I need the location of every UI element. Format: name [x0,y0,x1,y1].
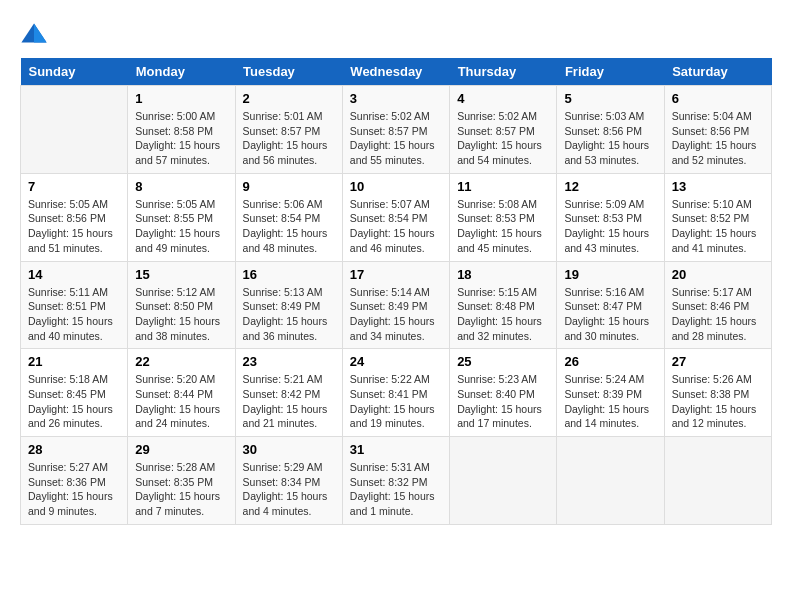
day-number: 30 [243,442,335,457]
calendar-cell: 12Sunrise: 5:09 AM Sunset: 8:53 PM Dayli… [557,173,664,261]
calendar-cell [664,437,771,525]
calendar-cell: 8Sunrise: 5:05 AM Sunset: 8:55 PM Daylig… [128,173,235,261]
calendar-cell: 1Sunrise: 5:00 AM Sunset: 8:58 PM Daylig… [128,86,235,174]
day-info: Sunrise: 5:14 AM Sunset: 8:49 PM Dayligh… [350,285,442,344]
day-number: 25 [457,354,549,369]
day-number: 20 [672,267,764,282]
day-info: Sunrise: 5:06 AM Sunset: 8:54 PM Dayligh… [243,197,335,256]
day-number: 1 [135,91,227,106]
calendar-cell: 10Sunrise: 5:07 AM Sunset: 8:54 PM Dayli… [342,173,449,261]
day-number: 22 [135,354,227,369]
calendar-cell: 2Sunrise: 5:01 AM Sunset: 8:57 PM Daylig… [235,86,342,174]
header-day-wednesday: Wednesday [342,58,449,86]
day-info: Sunrise: 5:24 AM Sunset: 8:39 PM Dayligh… [564,372,656,431]
calendar-cell: 4Sunrise: 5:02 AM Sunset: 8:57 PM Daylig… [450,86,557,174]
day-number: 2 [243,91,335,106]
calendar-cell: 15Sunrise: 5:12 AM Sunset: 8:50 PM Dayli… [128,261,235,349]
header-day-thursday: Thursday [450,58,557,86]
day-info: Sunrise: 5:11 AM Sunset: 8:51 PM Dayligh… [28,285,120,344]
calendar-cell: 9Sunrise: 5:06 AM Sunset: 8:54 PM Daylig… [235,173,342,261]
week-row-1: 7Sunrise: 5:05 AM Sunset: 8:56 PM Daylig… [21,173,772,261]
calendar-table: SundayMondayTuesdayWednesdayThursdayFrid… [20,58,772,525]
day-info: Sunrise: 5:09 AM Sunset: 8:53 PM Dayligh… [564,197,656,256]
day-info: Sunrise: 5:04 AM Sunset: 8:56 PM Dayligh… [672,109,764,168]
day-number: 13 [672,179,764,194]
week-row-3: 21Sunrise: 5:18 AM Sunset: 8:45 PM Dayli… [21,349,772,437]
calendar-cell: 17Sunrise: 5:14 AM Sunset: 8:49 PM Dayli… [342,261,449,349]
day-number: 6 [672,91,764,106]
calendar-cell: 30Sunrise: 5:29 AM Sunset: 8:34 PM Dayli… [235,437,342,525]
calendar-cell: 3Sunrise: 5:02 AM Sunset: 8:57 PM Daylig… [342,86,449,174]
calendar-cell: 22Sunrise: 5:20 AM Sunset: 8:44 PM Dayli… [128,349,235,437]
day-info: Sunrise: 5:05 AM Sunset: 8:55 PM Dayligh… [135,197,227,256]
day-info: Sunrise: 5:01 AM Sunset: 8:57 PM Dayligh… [243,109,335,168]
header-day-saturday: Saturday [664,58,771,86]
day-number: 7 [28,179,120,194]
calendar-cell [450,437,557,525]
day-number: 23 [243,354,335,369]
day-number: 12 [564,179,656,194]
day-number: 8 [135,179,227,194]
day-number: 4 [457,91,549,106]
day-number: 31 [350,442,442,457]
day-info: Sunrise: 5:17 AM Sunset: 8:46 PM Dayligh… [672,285,764,344]
calendar-cell: 25Sunrise: 5:23 AM Sunset: 8:40 PM Dayli… [450,349,557,437]
day-info: Sunrise: 5:10 AM Sunset: 8:52 PM Dayligh… [672,197,764,256]
calendar-cell [21,86,128,174]
day-info: Sunrise: 5:31 AM Sunset: 8:32 PM Dayligh… [350,460,442,519]
day-info: Sunrise: 5:02 AM Sunset: 8:57 PM Dayligh… [350,109,442,168]
week-row-2: 14Sunrise: 5:11 AM Sunset: 8:51 PM Dayli… [21,261,772,349]
day-number: 11 [457,179,549,194]
day-number: 16 [243,267,335,282]
day-number: 24 [350,354,442,369]
day-info: Sunrise: 5:08 AM Sunset: 8:53 PM Dayligh… [457,197,549,256]
header-row: SundayMondayTuesdayWednesdayThursdayFrid… [21,58,772,86]
day-info: Sunrise: 5:13 AM Sunset: 8:49 PM Dayligh… [243,285,335,344]
calendar-cell: 19Sunrise: 5:16 AM Sunset: 8:47 PM Dayli… [557,261,664,349]
day-number: 29 [135,442,227,457]
day-info: Sunrise: 5:18 AM Sunset: 8:45 PM Dayligh… [28,372,120,431]
day-info: Sunrise: 5:27 AM Sunset: 8:36 PM Dayligh… [28,460,120,519]
day-info: Sunrise: 5:12 AM Sunset: 8:50 PM Dayligh… [135,285,227,344]
calendar-cell: 23Sunrise: 5:21 AM Sunset: 8:42 PM Dayli… [235,349,342,437]
day-info: Sunrise: 5:05 AM Sunset: 8:56 PM Dayligh… [28,197,120,256]
page-header [20,20,772,48]
calendar-cell: 14Sunrise: 5:11 AM Sunset: 8:51 PM Dayli… [21,261,128,349]
header-day-sunday: Sunday [21,58,128,86]
day-number: 5 [564,91,656,106]
calendar-cell: 31Sunrise: 5:31 AM Sunset: 8:32 PM Dayli… [342,437,449,525]
day-number: 26 [564,354,656,369]
day-number: 21 [28,354,120,369]
calendar-cell: 18Sunrise: 5:15 AM Sunset: 8:48 PM Dayli… [450,261,557,349]
day-info: Sunrise: 5:02 AM Sunset: 8:57 PM Dayligh… [457,109,549,168]
day-number: 9 [243,179,335,194]
calendar-cell: 6Sunrise: 5:04 AM Sunset: 8:56 PM Daylig… [664,86,771,174]
calendar-cell: 20Sunrise: 5:17 AM Sunset: 8:46 PM Dayli… [664,261,771,349]
day-info: Sunrise: 5:29 AM Sunset: 8:34 PM Dayligh… [243,460,335,519]
header-day-friday: Friday [557,58,664,86]
day-info: Sunrise: 5:23 AM Sunset: 8:40 PM Dayligh… [457,372,549,431]
day-number: 17 [350,267,442,282]
svg-marker-1 [34,24,47,43]
day-info: Sunrise: 5:07 AM Sunset: 8:54 PM Dayligh… [350,197,442,256]
day-info: Sunrise: 5:16 AM Sunset: 8:47 PM Dayligh… [564,285,656,344]
day-number: 14 [28,267,120,282]
calendar-cell: 13Sunrise: 5:10 AM Sunset: 8:52 PM Dayli… [664,173,771,261]
day-info: Sunrise: 5:20 AM Sunset: 8:44 PM Dayligh… [135,372,227,431]
calendar-cell: 5Sunrise: 5:03 AM Sunset: 8:56 PM Daylig… [557,86,664,174]
calendar-cell: 28Sunrise: 5:27 AM Sunset: 8:36 PM Dayli… [21,437,128,525]
calendar-cell: 11Sunrise: 5:08 AM Sunset: 8:53 PM Dayli… [450,173,557,261]
header-day-tuesday: Tuesday [235,58,342,86]
logo-icon [20,20,48,48]
calendar-body: 1Sunrise: 5:00 AM Sunset: 8:58 PM Daylig… [21,86,772,525]
logo [20,20,52,48]
day-number: 27 [672,354,764,369]
week-row-0: 1Sunrise: 5:00 AM Sunset: 8:58 PM Daylig… [21,86,772,174]
day-info: Sunrise: 5:21 AM Sunset: 8:42 PM Dayligh… [243,372,335,431]
calendar-cell [557,437,664,525]
day-number: 10 [350,179,442,194]
day-info: Sunrise: 5:22 AM Sunset: 8:41 PM Dayligh… [350,372,442,431]
calendar-cell: 26Sunrise: 5:24 AM Sunset: 8:39 PM Dayli… [557,349,664,437]
day-number: 19 [564,267,656,282]
calendar-header: SundayMondayTuesdayWednesdayThursdayFrid… [21,58,772,86]
